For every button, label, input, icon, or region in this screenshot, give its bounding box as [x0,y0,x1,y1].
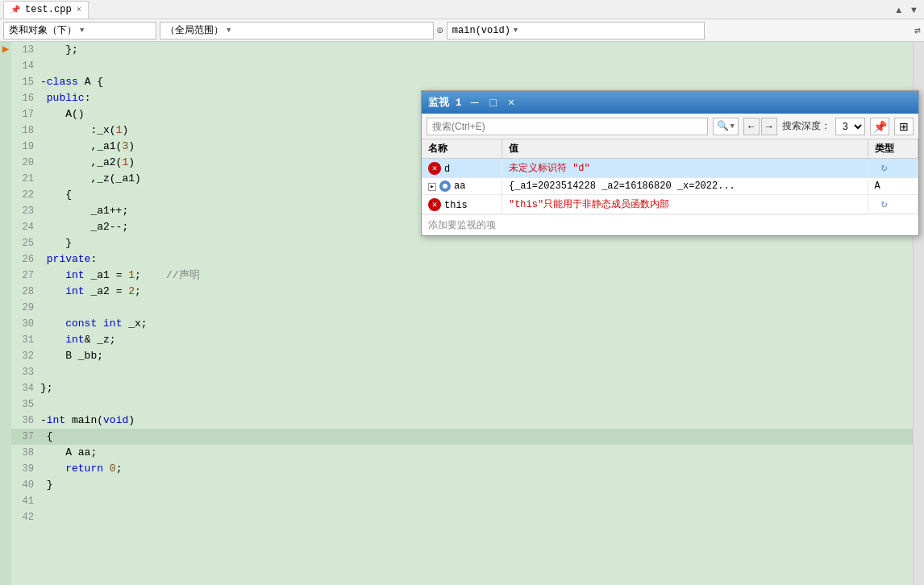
line-number: 14 [11,58,40,74]
line-number: 23 [11,203,40,219]
line-text[interactable]: }; [40,380,913,396]
line-number: 34 [11,380,40,396]
watch-cell-type: A [868,178,918,195]
settings-icon[interactable]: ⇄ [914,24,921,37]
line-text[interactable]: return 0; [40,461,913,477]
scope-dropdown[interactable]: （全局范围） ▼ [160,22,434,39]
depth-label: 搜索深度： [782,119,830,133]
line-number: 25 [11,235,40,251]
line-text[interactable]: int _a1 = 1; //声明 [40,268,913,284]
col-value-header: 值 [502,139,868,159]
line-number: 40 [11,477,40,493]
line-number: 24 [11,219,40,235]
watch-row[interactable]: ✕this"this"只能用于非静态成员函数内部↻ [422,195,918,214]
file-tab[interactable]: 📌 test.cpp × [3,1,89,19]
func-dropdown[interactable]: main(void) ▼ [447,22,705,39]
code-line-36: 36-int main(void) [11,413,913,429]
line-number: 32 [11,348,40,364]
code-line-38: 38 A aa; [11,445,913,461]
watch-name-text: this [444,199,468,210]
class-dropdown-chevron: ▼ [80,27,84,35]
watch-search-bar: 🔍 ▼ ← → 搜索深度： 3 1 2 4 5 📌 ⊞ [422,114,918,139]
code-line-25: 25 } [11,235,913,251]
tab-nav-down[interactable]: ▼ [907,5,921,15]
col-type-header: 类型 [868,139,918,159]
line-text[interactable]: int _a2 = 2; [40,284,913,300]
func-dropdown-chevron: ▼ [514,27,518,35]
line-text[interactable]: B _bb; [40,348,913,364]
watch-restore-button[interactable]: □ [488,97,499,108]
code-line-34: 34}; [11,380,913,396]
depth-select[interactable]: 3 1 2 4 5 [835,118,865,135]
line-text[interactable]: const int _x; [40,316,913,332]
watch-minimize-button[interactable]: ─ [468,97,481,108]
watch-cell-value: "this"只能用于非静态成员函数内部 [502,195,868,214]
code-line-42: 42 [11,509,913,525]
nav-back-button[interactable]: ← [743,118,760,135]
col-name-header: 名称 [422,139,502,159]
nav-fwd-button[interactable]: → [761,118,777,135]
line-number: 41 [11,493,40,509]
line-number: 36 [11,413,40,429]
watch-title: 监视 1 [428,95,462,110]
code-line-40: 40 } [11,477,913,493]
refresh-icon[interactable]: ↻ [878,161,891,174]
line-number: 29 [11,300,40,316]
watch-table-header: 名称 值 类型 [422,139,918,159]
watch-pin-button[interactable]: 📌 [870,118,889,135]
watch-search-input[interactable] [427,118,708,135]
line-text[interactable]: -int main(void) [40,413,913,429]
line-number: 37 [11,429,40,445]
watch-row[interactable]: ✕d未定义标识符 "d"↻ [422,159,918,178]
line-number: 17 [11,106,40,122]
line-text[interactable]: A aa; [40,445,913,461]
watch-cell-name: ✕d [422,159,502,178]
tab-bar: 📌 test.cpp × ▲ ▼ [0,0,924,19]
code-line-28: 28 int _a2 = 2; [11,284,913,300]
watch-search-button[interactable]: 🔍 ▼ [713,118,739,135]
code-line-32: 32 B _bb; [11,348,913,364]
code-line-41: 41 [11,493,913,509]
expand-icon[interactable]: ▸ [428,183,436,191]
line-number: 16 [11,90,40,106]
line-number: 21 [11,171,40,187]
code-line-39: 39 return 0; [11,461,913,477]
error-icon: ✕ [428,162,441,175]
line-number: 15 [11,74,40,90]
watch-circle-icon [439,180,451,192]
editor-area: ▶ 13 };1415-class A {16 public:17 A()18 … [0,42,924,585]
error-icon: ✕ [428,198,441,211]
line-number: 42 [11,509,40,525]
tab-filename: test.cpp [25,4,72,15]
line-number: 30 [11,316,40,332]
nav-arrows: ← → [743,118,777,135]
tab-nav-up[interactable]: ▲ [892,5,905,15]
watch-close-button[interactable]: × [506,97,517,108]
code-line-27: 27 int _a1 = 1; //声明 [11,268,913,284]
line-number: 18 [11,122,40,139]
line-text[interactable]: -class A { [40,74,913,90]
watch-row[interactable]: ▸aa{_a1=2023514228 _a2=16186820 _x=2022.… [422,178,918,195]
watch-table: 名称 值 类型 ✕d未定义标识符 "d"↻▸aa{_a1=2023514228 … [422,139,918,214]
line-text[interactable]: } [40,235,913,251]
tab-close-button[interactable]: × [77,5,82,15]
scope-dropdown-chevron: ▼ [227,27,231,35]
code-line-29: 29 [11,300,913,316]
left-gutter: ▶ [0,42,11,585]
line-text[interactable]: } [40,477,913,493]
code-line-35: 35 [11,396,913,413]
watch-expand-button[interactable]: ⊞ [894,118,914,135]
watch-cell-value: {_a1=2023514228 _a2=16186820 _x=2022... [502,178,868,195]
line-number: 31 [11,332,40,348]
line-text[interactable]: int& _z; [40,332,913,348]
class-dropdown[interactable]: 类和对象（下） ▼ [3,22,156,39]
line-number: 26 [11,251,40,268]
code-line-31: 31 int& _z; [11,332,913,348]
line-text[interactable]: private: [40,251,913,268]
line-number: 39 [11,461,40,477]
refresh-icon[interactable]: ↻ [878,197,891,210]
line-text[interactable]: { [40,429,913,445]
watch-add-hint[interactable]: 添加要监视的项 [422,214,918,235]
line-number: 28 [11,284,40,300]
line-text[interactable]: }; [40,42,913,58]
